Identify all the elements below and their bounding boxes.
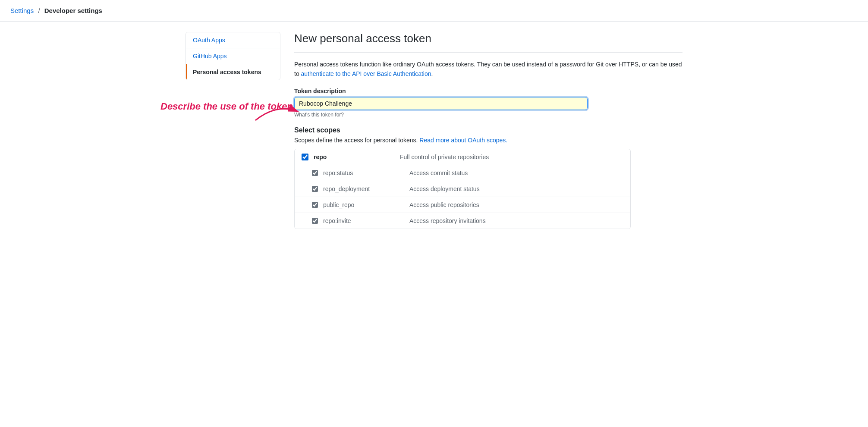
scope-row-repo-deployment: repo_deployment Access deployment status: [295, 181, 630, 197]
page-description: Personal access tokens function like ord…: [294, 60, 682, 79]
token-description-input[interactable]: [294, 97, 588, 110]
scope-checkbox-repo-deployment[interactable]: [312, 186, 318, 192]
scope-checkbox-repo-status[interactable]: [312, 170, 318, 176]
scope-desc-public-repo: Access public repositories: [409, 201, 479, 208]
scopes-table: repo Full control of private repositorie…: [294, 149, 631, 229]
scope-name-public-repo: public_repo: [323, 201, 409, 208]
annotation-describe-token: Describe the use of the token: [160, 101, 293, 112]
breadcrumb-settings-link[interactable]: Settings: [10, 7, 34, 14]
main-content: Describe the use of the token Check "rep…: [294, 32, 682, 229]
scope-desc-repo-deployment: Access deployment status: [409, 185, 480, 192]
sidebar-item-oauth-apps[interactable]: OAuth Apps: [186, 32, 280, 48]
sidebar: OAuth Apps GitHub Apps Personal access t…: [186, 32, 280, 80]
breadcrumb-separator: /: [38, 7, 40, 14]
oauth-scopes-link[interactable]: Read more about OAuth scopes.: [419, 137, 507, 144]
scope-row-public-repo: public_repo Access public repositories: [295, 197, 630, 213]
scope-name-repo-invite: repo:invite: [323, 217, 409, 224]
scope-desc-repo-status: Access commit status: [409, 170, 468, 176]
scope-desc-repo: Full control of private repositories: [400, 154, 489, 160]
page-layout: OAuth Apps GitHub Apps Personal access t…: [175, 32, 693, 229]
api-auth-link[interactable]: authenticate to the API over Basic Authe…: [301, 70, 431, 77]
scope-name-repo-deployment: repo_deployment: [323, 185, 409, 192]
sidebar-item-github-apps[interactable]: GitHub Apps: [186, 48, 280, 64]
breadcrumb: Settings / Developer settings: [0, 0, 868, 22]
breadcrumb-current: Developer settings: [44, 7, 102, 14]
sidebar-item-personal-access-tokens[interactable]: Personal access tokens: [186, 64, 280, 80]
page-title: New personal access token: [294, 32, 682, 53]
scope-desc-repo-invite: Access repository invitations: [409, 217, 486, 224]
scope-row-repo-invite: repo:invite Access repository invitation…: [295, 213, 630, 229]
scope-row-repo: repo Full control of private repositorie…: [295, 149, 630, 165]
scope-name-repo-status: repo:status: [323, 170, 409, 176]
token-hint: What's this token for?: [294, 112, 682, 118]
scope-checkbox-repo[interactable]: [302, 154, 308, 160]
select-scopes-title: Select scopes: [294, 126, 682, 134]
scope-name-repo: repo: [314, 154, 400, 160]
token-description-label: Token description: [294, 88, 682, 94]
scopes-description: Scopes define the access for personal to…: [294, 137, 682, 144]
scope-row-repo-status: repo:status Access commit status: [295, 165, 630, 181]
scope-checkbox-repo-invite[interactable]: [312, 218, 318, 224]
scope-checkbox-public-repo[interactable]: [312, 202, 318, 208]
